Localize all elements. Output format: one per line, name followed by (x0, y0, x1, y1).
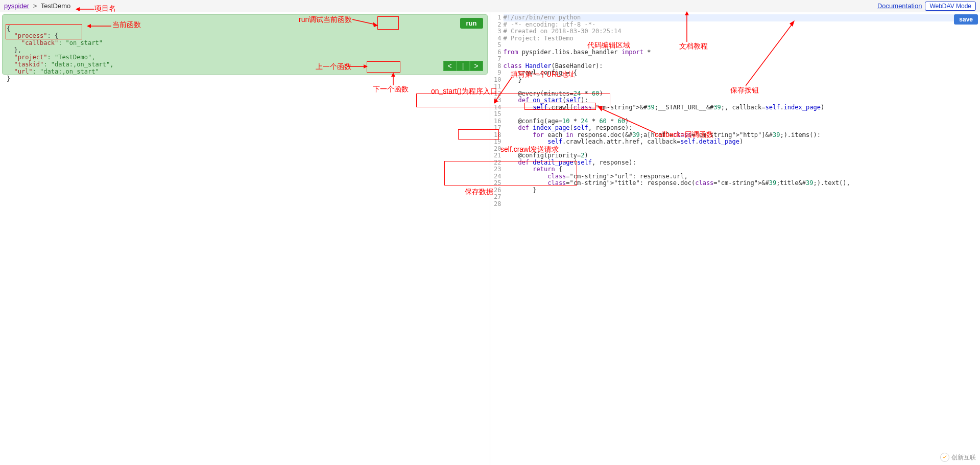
left-panel: { "process": { "callback": "on_start" },… (0, 12, 490, 465)
svg-marker-17 (597, 106, 603, 111)
svg-line-16 (601, 108, 655, 133)
anno-box-run (377, 16, 399, 30)
anno-doc-tutorial: 文档教程 (679, 42, 708, 51)
svg-marker-1 (76, 7, 80, 11)
header-bar: pyspider > TestDemo Documentation WebDAV… (0, 0, 980, 12)
anno-box-save-data (444, 161, 577, 185)
breadcrumb-sep: > (31, 2, 39, 10)
prev-button[interactable]: < (443, 61, 457, 71)
webdav-mode-button[interactable]: WebDAV Mode (925, 2, 976, 11)
documentation-link[interactable]: Documentation (877, 0, 922, 12)
next-button[interactable]: > (470, 61, 483, 71)
svg-marker-5 (373, 22, 378, 27)
svg-marker-13 (790, 20, 795, 27)
svg-marker-9 (391, 73, 395, 77)
svg-marker-3 (87, 24, 91, 28)
svg-line-4 (352, 19, 375, 25)
task-json-box: { "process": { "callback": "on_start" },… (2, 14, 488, 75)
save-button[interactable]: save (954, 14, 978, 25)
svg-line-12 (746, 24, 793, 86)
anno-box-nav (367, 61, 400, 73)
right-panel: save 12345678910111213141516171819202122… (490, 12, 981, 465)
header-right: Documentation WebDAV Mode (877, 0, 976, 12)
anno-crawl-send: self.crawl发送请求 (500, 145, 559, 154)
breadcrumb: pyspider > TestDemo (4, 0, 70, 12)
anno-current-func: 当前函数 (112, 20, 141, 30)
run-button[interactable]: run (460, 18, 483, 29)
anno-callback-func: callback=回调函数 (655, 130, 713, 140)
anno-prev-func: 上一个函数 (316, 62, 351, 72)
project-name: TestDemo (41, 2, 71, 10)
code-lines[interactable]: #!/usr/bin/env python# -*- encoding: utf… (504, 14, 978, 463)
anno-first-url: 填写第一个URL地址 (511, 70, 575, 79)
watermark-text: 创新互联 (951, 453, 976, 462)
svg-marker-7 (364, 64, 368, 68)
editor-wrap: save 12345678910111213141516171819202122… (492, 14, 978, 463)
nav-buttons: < | > (443, 61, 483, 71)
root-link[interactable]: pyspider (4, 2, 29, 10)
anno-save-data: 保存数据 (465, 188, 493, 197)
anno-run-debug: run调试当前函数 (299, 15, 352, 25)
anno-save-button: 保存按钮 (730, 86, 759, 95)
svg-marker-11 (685, 11, 689, 15)
code-editor[interactable]: 1234567891011121314151617181920212223242… (492, 14, 978, 463)
anno-code-area: 代码编辑区域 (587, 41, 630, 50)
watermark: 创新互联 (940, 453, 976, 462)
watermark-icon (940, 453, 949, 462)
anno-box-crawl (458, 129, 499, 140)
pipe-button[interactable]: | (457, 61, 470, 71)
anno-project-name: 项目名 (94, 4, 116, 13)
anno-next-func: 下一个函数 (373, 85, 409, 94)
anno-box-callback (6, 24, 82, 39)
anno-box-callback2 (524, 103, 596, 110)
